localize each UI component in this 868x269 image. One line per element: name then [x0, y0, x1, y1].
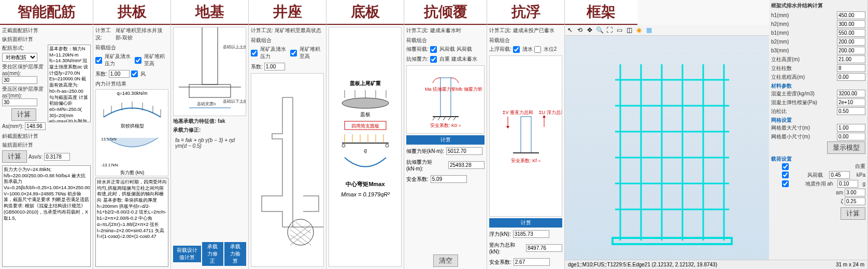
section-title: 箍筋面积计算 — [2, 141, 91, 149]
check-label: 清水 — [522, 46, 533, 53]
svg-text:q=140.30kN/m: q=140.30kN/m — [117, 91, 148, 96]
h2-input[interactable] — [837, 20, 865, 28]
h1-input[interactable] — [837, 11, 865, 19]
field-label: 受拉区保护层厚度as(mm): — [2, 63, 46, 76]
field-label: 计算工况: — [489, 27, 511, 34]
col-count-input[interactable] — [837, 64, 865, 72]
iso-icon[interactable]: ◫ — [625, 26, 633, 34]
tab-arch[interactable]: 拱板 — [93, 0, 170, 25]
check-seismic[interactable] — [771, 180, 800, 187]
svg-text:四周简支圆板: 四周简支圆板 — [351, 123, 379, 129]
reinforcement-form-select[interactable]: 对称配筋 — [2, 53, 37, 62]
tab-foundation[interactable]: 地基 — [171, 0, 248, 25]
calc-button[interactable]: 计算 — [489, 218, 562, 228]
am-input[interactable] — [845, 189, 865, 196]
load-calc-button[interactable]: 荷载设计值计算 — [173, 246, 201, 262]
field-label: 上浮荷载: — [489, 46, 511, 53]
coef-input[interactable] — [109, 70, 130, 78]
tab-frame[interactable]: 框架 — [565, 0, 637, 25]
field-label: ζ — [841, 199, 843, 204]
anti-overturn-moment — [448, 161, 485, 169]
field-label: b1(mm) — [771, 30, 789, 36]
check-tailings[interactable] — [251, 50, 258, 56]
buoyancy-diagram: ΣV 垂直力总和 ΣU 浮力总和 安全系数: Kf = — [490, 106, 562, 166]
cube-icon[interactable]: ◉ — [635, 26, 643, 34]
tab-overturn[interactable]: 抗倾覆 — [404, 0, 487, 25]
field-label: 计算工况: — [251, 27, 273, 34]
zeta-input[interactable] — [845, 197, 865, 205]
overturn-diagram: Ma 抗倾覆力矩 Mb 倾覆力矩 安全系数: K0 = — [407, 70, 484, 130]
case-value: 建成未投产已蓄水 — [513, 27, 554, 34]
section-title: 纵筋面积计算 — [2, 36, 91, 43]
seismic-input[interactable] — [837, 180, 858, 188]
calc-button[interactable]: 计算 — [11, 108, 36, 121]
svg-line-43 — [433, 117, 435, 120]
field-label: 倾覆荷载: — [406, 46, 429, 53]
result-label: 倾覆力矩(kN·m): — [406, 148, 444, 155]
bearing-correct-button[interactable]: 承载力修正 — [202, 242, 224, 266]
density-input[interactable] — [837, 90, 865, 97]
result-label: 安全系数: — [489, 259, 511, 266]
asv-result — [44, 153, 70, 161]
check-self-weight[interactable] — [771, 163, 800, 170]
check-label: 风荷载 — [457, 46, 472, 53]
result-label: 浮力(kN): — [489, 231, 511, 238]
clear-button[interactable]: 清空 — [433, 254, 458, 267]
fa-label: 承载力修正: — [173, 126, 246, 134]
col-base-input[interactable] — [837, 73, 865, 81]
check-label: 水位2 — [544, 46, 557, 53]
svg-text:盖板上尾矿重: 盖板上尾矿重 — [350, 80, 381, 86]
check-wind[interactable] — [131, 70, 138, 77]
check-wind[interactable] — [771, 172, 800, 178]
section-title: 斜截面配筋计算 — [2, 133, 91, 140]
3d-viewport[interactable] — [565, 36, 769, 269]
calc-button[interactable]: 计算 — [2, 150, 27, 163]
svg-text:Mb 倾覆力矩: Mb 倾覆力矩 — [456, 87, 482, 92]
tab-bottom[interactable]: 底板 — [326, 0, 404, 25]
mesh-min-input[interactable] — [837, 133, 865, 140]
field-label: b3(mm) — [771, 48, 789, 53]
b2-input[interactable] — [837, 38, 865, 46]
viewer-toolbar: ↖ ⟲ ✥ 🔍 ⛶ ▭ ◫ ◉ ▦ — [565, 25, 769, 36]
field-label: 配筋形式: — [2, 45, 24, 52]
check-water2[interactable] — [534, 46, 541, 53]
tab-reinforcement[interactable]: 智能配筋 — [0, 0, 93, 25]
cursor-icon[interactable]: ↖ — [566, 26, 574, 34]
front-icon[interactable]: ▭ — [615, 26, 623, 34]
b3-input[interactable] — [837, 47, 865, 54]
check-water1[interactable] — [513, 46, 520, 53]
arch-diagram: q=140.30kN/m 双铰拱模型 13.17kN -13.17kN 剪力图 … — [96, 89, 168, 176]
field-label: 系数: — [251, 63, 263, 70]
zoom-icon[interactable]: 🔍 — [595, 26, 604, 34]
field-label: 立柱高度(m) — [771, 56, 800, 63]
coef-input[interactable] — [264, 63, 285, 70]
box-icon[interactable]: ▦ — [645, 26, 653, 34]
pan-icon[interactable]: ✥ — [586, 26, 594, 34]
bearing-check-button[interactable]: 承载力验算 — [224, 242, 246, 266]
check-wind[interactable] — [430, 46, 437, 53]
mesh-max-input[interactable] — [837, 124, 865, 132]
check-label: 风 — [140, 70, 146, 78]
tab-seat[interactable]: 井座 — [249, 0, 326, 25]
poisson-input[interactable] — [837, 107, 865, 115]
check-max[interactable] — [290, 50, 297, 56]
fit-icon[interactable]: ⛶ — [605, 26, 614, 34]
check-tailings[interactable] — [95, 57, 102, 64]
check-label: 尾矿及清水压力 — [260, 46, 289, 60]
rotate-icon[interactable]: ⟲ — [576, 26, 584, 34]
section-material: 材料参数 — [771, 82, 865, 90]
modulus-input[interactable] — [837, 98, 865, 106]
check-self[interactable] — [430, 56, 437, 63]
calc-button[interactable]: 计算 — [841, 207, 865, 220]
check-max[interactable] — [135, 57, 141, 64]
as-input[interactable] — [2, 76, 37, 84]
b1-input[interactable] — [837, 29, 865, 37]
col-height-input[interactable] — [837, 55, 865, 63]
calc-button[interactable]: 计算 — [406, 135, 485, 145]
vertical-force — [526, 244, 562, 252]
wind-input[interactable] — [829, 171, 850, 179]
show-model-button[interactable]: 显示模型 — [827, 141, 865, 154]
tab-buoyancy[interactable]: 抗浮 — [487, 0, 564, 25]
check-label: 风荷载 — [807, 172, 823, 179]
asp-input[interactable] — [2, 98, 37, 106]
